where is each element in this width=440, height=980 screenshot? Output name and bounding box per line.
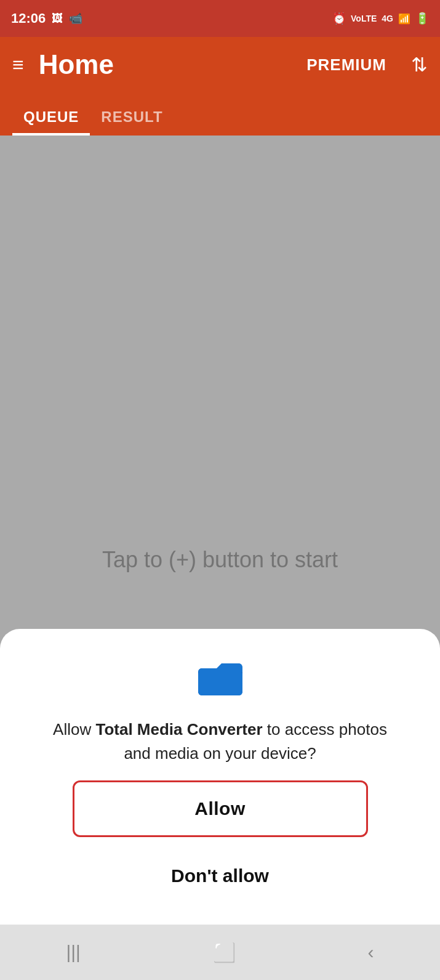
recent-apps-button[interactable]: ||| <box>54 934 92 970</box>
signal-icon: 📶 <box>398 13 410 25</box>
status-bar: 12:06 🖼 📹 ⏰ VoLTE 4G 📶 🔋 <box>0 0 440 37</box>
volte-label: VoLTE <box>351 14 377 23</box>
tabs-bar: QUEUE RESULT <box>0 92 440 136</box>
video-icon: 📹 <box>69 12 82 25</box>
alarm-icon: ⏰ <box>332 12 346 25</box>
dialog-overlay: Allow Total Media Converter to access ph… <box>0 136 440 925</box>
time-label: 12:06 <box>11 10 46 26</box>
sort-icon[interactable]: ⇅ <box>411 53 428 76</box>
nav-bar: ||| ⬜ ‹ <box>0 925 440 980</box>
lte-label: 4G <box>382 14 393 23</box>
app-name-text: Total Media Converter <box>95 720 262 739</box>
photo-icon: 🖼 <box>52 12 63 25</box>
battery-icon: 🔋 <box>415 12 429 25</box>
status-icons: ⏰ VoLTE 4G 📶 🔋 <box>332 12 429 25</box>
back-button[interactable]: ‹ <box>356 934 386 970</box>
svg-rect-1 <box>198 671 242 695</box>
allow-button[interactable]: Allow <box>73 780 368 837</box>
folder-icon <box>198 658 242 695</box>
folder-icon-container <box>198 658 242 698</box>
tab-queue[interactable]: QUEUE <box>12 101 90 136</box>
menu-icon[interactable]: ≡ <box>12 55 24 75</box>
permission-dialog: Allow Total Media Converter to access ph… <box>0 629 440 925</box>
dialog-message: Allow Total Media Converter to access ph… <box>48 718 393 766</box>
app-title: Home <box>39 49 292 80</box>
status-time: 12:06 🖼 📹 <box>11 10 82 26</box>
app-bar: ≡ Home PREMIUM ⇅ <box>0 37 440 92</box>
dont-allow-button[interactable]: Don't allow <box>73 852 368 900</box>
home-button[interactable]: ⬜ <box>201 934 248 971</box>
tab-result[interactable]: RESULT <box>90 101 174 136</box>
premium-label[interactable]: PREMIUM <box>306 55 386 75</box>
